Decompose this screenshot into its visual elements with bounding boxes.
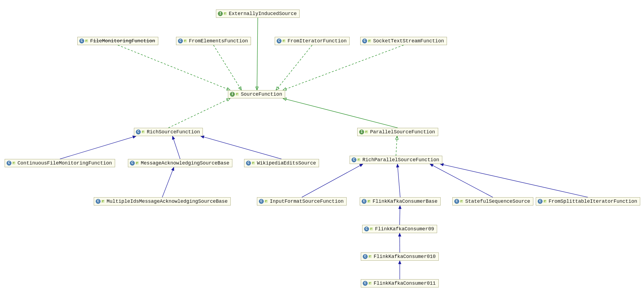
class-icon <box>364 227 369 231</box>
modifier-icon <box>369 282 371 285</box>
edge <box>302 164 363 197</box>
edge <box>213 45 241 90</box>
class-icon <box>454 199 459 204</box>
node-label: ParallelSourceFunction <box>370 129 435 135</box>
node-label: MultipleIdsMessageAcknowledgingSourceBas… <box>107 199 228 204</box>
edge <box>118 45 230 90</box>
node-label: MessageAcknowledgingSourceBase <box>141 160 229 166</box>
modifier-icon <box>252 162 255 164</box>
class-icon <box>136 130 141 134</box>
edge <box>396 136 397 156</box>
edge <box>400 205 400 225</box>
node-label: FlinkKafkaConsumer09 <box>375 226 434 232</box>
node-label: SocketTextStreamFunction <box>373 38 444 44</box>
class-icon <box>363 254 368 259</box>
modifier-icon <box>224 12 227 15</box>
modifier-icon <box>102 200 104 203</box>
edge <box>430 164 493 197</box>
edge <box>172 136 180 159</box>
node-label: WikipediaEditsSource <box>257 160 316 166</box>
node-label: FlinkKafkaConsumer010 <box>374 254 436 259</box>
node-MultipleIdsMessageAcknowledgingSourceBase[interactable]: MultipleIdsMessageAcknowledgingSourceBas… <box>94 197 231 205</box>
node-label: ExternallyInducedSource <box>229 11 297 16</box>
class-icon <box>130 161 135 166</box>
edge <box>168 98 230 128</box>
node-label: StatefulSequenceSource <box>465 199 530 204</box>
node-label: FileMonitoringFunction <box>90 38 155 44</box>
node-FlinkKafkaConsumer011[interactable]: FlinkKafkaConsumer011 <box>361 279 439 287</box>
node-WikipediaEditsSource[interactable]: WikipediaEditsSource <box>244 159 319 167</box>
node-ExternallyInducedSource[interactable]: ExternallyInducedSource <box>216 10 300 18</box>
class-icon <box>277 39 282 43</box>
modifier-icon <box>265 200 268 203</box>
modifier-icon <box>142 131 145 133</box>
node-label: FromIteratorFunction <box>288 38 347 44</box>
node-label: FromElementsFunction <box>189 38 248 44</box>
modifier-icon <box>368 40 371 42</box>
modifier-icon <box>368 200 370 203</box>
edge <box>162 167 174 197</box>
edge <box>60 136 136 159</box>
class-icon <box>362 199 367 204</box>
modifier-icon <box>369 255 371 258</box>
node-label: FlinkKafkaConsumerBase <box>373 199 438 204</box>
edge <box>440 164 588 197</box>
node-ContinuousFileMonitoringFunction[interactable]: ContinuousFileMonitoringFunction <box>5 159 115 167</box>
class-icon <box>246 161 251 166</box>
node-FlinkKafkaConsumer09[interactable]: FlinkKafkaConsumer09 <box>362 225 437 233</box>
node-label: ContinuousFileMonitoringFunction <box>17 160 112 166</box>
modifier-icon <box>283 40 285 42</box>
modifier-icon <box>544 200 546 203</box>
edge <box>276 45 312 90</box>
node-FlinkKafkaConsumer010[interactable]: FlinkKafkaConsumer010 <box>361 252 439 261</box>
modifier-icon <box>136 162 139 164</box>
node-SocketTextStreamFunction[interactable]: SocketTextStreamFunction <box>360 37 447 45</box>
class-icon <box>363 281 368 286</box>
node-label: RichSourceFunction <box>147 129 200 135</box>
node-FromSplittableIteratorFunction[interactable]: FromSplittableIteratorFunction <box>536 197 640 205</box>
node-ParallelSourceFunction[interactable]: ParallelSourceFunction <box>357 128 438 136</box>
modifier-icon <box>85 40 88 42</box>
node-FromIteratorFunction[interactable]: FromIteratorFunction <box>275 37 350 45</box>
modifier-icon <box>184 40 187 42</box>
node-label: InputFormatSourceFunction <box>270 199 344 204</box>
interface-icon <box>359 130 364 134</box>
interface-icon <box>218 11 223 16</box>
modifier-icon <box>365 131 368 133</box>
node-FromElementsFunction[interactable]: FromElementsFunction <box>176 37 251 45</box>
class-icon <box>538 199 543 204</box>
class-icon <box>7 161 11 166</box>
modifier-icon <box>236 93 239 96</box>
node-FlinkKafkaConsumerBase[interactable]: FlinkKafkaConsumerBase <box>360 197 441 205</box>
interface-icon <box>230 92 235 97</box>
class-icon <box>79 39 84 43</box>
edge <box>397 164 400 197</box>
node-label: SourceFunction <box>241 92 282 97</box>
class-icon <box>362 39 367 43</box>
node-SourceFunction[interactable]: SourceFunction <box>228 90 285 98</box>
edge <box>283 98 398 128</box>
node-InputFormatSourceFunction[interactable]: InputFormatSourceFunction <box>257 197 347 205</box>
node-MessageAcknowledgingSourceBase[interactable]: MessageAcknowledgingSourceBase <box>128 159 232 167</box>
class-icon <box>96 199 101 204</box>
node-FileMonitoringFunction[interactable]: FileMonitoringFunction <box>77 37 158 45</box>
class-icon <box>352 157 356 162</box>
edge <box>283 45 404 90</box>
edge <box>201 136 282 159</box>
node-RichParallelSourceFunction[interactable]: RichParallelSourceFunction <box>350 156 442 164</box>
edge <box>257 18 258 90</box>
node-label: FlinkKafkaConsumer011 <box>374 281 436 286</box>
modifier-icon <box>358 158 360 161</box>
node-StatefulSequenceSource[interactable]: StatefulSequenceSource <box>452 197 533 205</box>
modifier-icon <box>460 200 463 203</box>
class-icon <box>259 199 264 204</box>
node-label: RichParallelSourceFunction <box>362 157 439 163</box>
node-RichSourceFunction[interactable]: RichSourceFunction <box>134 128 203 136</box>
class-icon <box>178 39 183 43</box>
modifier-icon <box>13 162 15 164</box>
modifier-icon <box>370 228 373 230</box>
node-label: FromSplittableIteratorFunction <box>549 199 637 204</box>
